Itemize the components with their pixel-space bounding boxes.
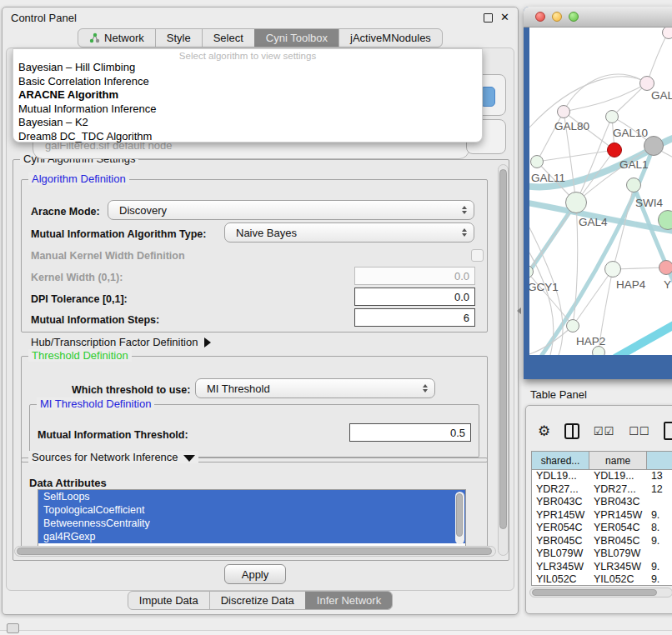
attribute-item-betweennesscentrality[interactable]: BetweennessCentrality: [38, 517, 465, 530]
tab-discretize-data[interactable]: Discretize Data: [209, 592, 305, 609]
column-header-2[interactable]: [647, 452, 672, 469]
close-panel-icon[interactable]: ✕: [500, 13, 509, 22]
network-node-gal11[interactable]: [530, 155, 544, 168]
node-label-gal10: GAL10: [613, 127, 648, 139]
network-node[interactable]: [662, 28, 672, 39]
node-table[interactable]: shared...name YDL19...YDL19...13YDR27...…: [531, 451, 672, 586]
tab-impute-data[interactable]: Impute Data: [128, 592, 209, 609]
minimize-window-icon[interactable]: [552, 12, 562, 22]
table-cell: YBR043C: [589, 496, 647, 509]
table-cell: 8.: [647, 522, 672, 535]
attribute-item-gal4rgexp[interactable]: gal4RGexp: [38, 530, 465, 543]
menu-item-basic-correlation-inference[interactable]: Basic Correlation Inference: [13, 75, 482, 89]
mi-type-combo[interactable]: Naive Bayes: [224, 222, 474, 242]
node-label-swi4: SWI4: [635, 197, 663, 209]
mi-threshold-label: Mutual Information Threshold:: [38, 429, 188, 441]
manual-kernel-checkbox[interactable]: [471, 249, 484, 262]
table-cell: YIL052C: [532, 573, 589, 586]
tab-infer-network[interactable]: Infer Network: [305, 592, 392, 609]
expand-right-icon[interactable]: [204, 338, 211, 348]
minimized-panel-icon[interactable]: [7, 623, 19, 633]
mi-type-value: Naive Bayes: [236, 227, 297, 239]
tab-jactivemnodules[interactable]: jActiveMNodules: [339, 29, 442, 47]
tab-select[interactable]: Select: [202, 29, 254, 47]
network-node-gal4[interactable]: [565, 192, 587, 213]
settings-hscrollbar[interactable]: [14, 546, 496, 557]
dpi-tolerance-field[interactable]: 0.0: [354, 288, 475, 306]
collapse-down-icon[interactable]: [183, 455, 195, 462]
table-row[interactable]: YBR045CYBR045C9.: [532, 535, 672, 548]
table-row[interactable]: YDL19...YDL19...13: [532, 470, 672, 483]
node-label-gal: GAL: [651, 89, 672, 102]
select-all-icon[interactable]: ☑☑: [594, 425, 614, 438]
columns-icon[interactable]: [564, 423, 579, 439]
network-node-gal80[interactable]: [557, 105, 570, 118]
attribute-item-selfloops[interactable]: SelfLoops: [38, 490, 465, 503]
node-label-gal1: GAL1: [619, 158, 649, 171]
menu-item-bayesian-k2[interactable]: Bayesian – K2: [13, 116, 482, 130]
tab-label: jActiveMNodules: [350, 32, 431, 44]
network-node-y[interactable]: [659, 260, 672, 275]
network-node[interactable]: [592, 346, 605, 355]
sources-legend[interactable]: Sources for Network Inference: [28, 451, 198, 463]
network-node-gal10[interactable]: [605, 110, 619, 123]
table-row[interactable]: YPR145WYPR145W9.: [532, 509, 672, 522]
table-row[interactable]: YIL052CYIL052C9.: [532, 573, 672, 586]
tab-cyni-toolbox[interactable]: Cyni Toolbox: [254, 29, 339, 47]
spinner-arrows-icon: [423, 384, 428, 392]
table-cell: YLR345W: [532, 561, 589, 574]
document-icon[interactable]: [664, 422, 672, 440]
network-canvas[interactable]: GALGAL80GAL10GAL1GAL11SWI4GAL4GCY1HAP4YH…: [529, 28, 672, 355]
float-panel-icon[interactable]: [484, 13, 493, 22]
menu-item-bayesian-hill-climbing[interactable]: Bayesian – Hill Climbing: [13, 61, 482, 75]
table-cell: 13: [647, 470, 672, 483]
mi-threshold-field[interactable]: 0.5: [349, 423, 471, 442]
algorithm-definition-legend: Algorithm Definition: [28, 172, 129, 185]
network-node-hap4[interactable]: [604, 261, 621, 278]
which-threshold-combo[interactable]: MI Threshold: [195, 378, 435, 398]
attribute-item-topologicalcoefficient[interactable]: TopologicalCoefficient: [38, 503, 465, 517]
table-row[interactable]: YLR345WYLR345W9.: [532, 561, 672, 574]
table-cell: YBR045C: [532, 535, 589, 548]
settings-vscrollbar[interactable]: [498, 164, 509, 556]
table-cell: YPR145W: [589, 509, 647, 522]
column-header-shared[interactable]: shared...: [532, 452, 589, 469]
network-node-swi4[interactable]: [626, 178, 641, 192]
network-node-gal1[interactable]: [607, 142, 622, 158]
column-header-name[interactable]: name: [589, 452, 647, 469]
apply-button[interactable]: Apply: [224, 564, 286, 584]
mi-steps-field[interactable]: 6: [354, 308, 475, 327]
table-cell: YBR045C: [589, 535, 647, 548]
attribute-list-scrollbar[interactable]: [456, 493, 463, 537]
table-row[interactable]: YBL079WYBL079W: [532, 548, 672, 561]
hub-definition-expander[interactable]: Hub/Transcription Factor Definition: [31, 336, 211, 348]
bottom-divider: [0, 630, 672, 635]
network-node[interactable]: [658, 210, 672, 230]
table-row[interactable]: YER054CYER054C8.: [532, 522, 672, 535]
network-node-hap2[interactable]: [566, 319, 579, 332]
menu-item-dream8-dc-tdc-algorithm[interactable]: Dream8 DC_TDC Algorithm: [13, 130, 482, 144]
panel-splitter-arrow[interactable]: [517, 308, 521, 314]
tab-style[interactable]: Style: [155, 29, 202, 47]
table-cell: YDR27...: [532, 483, 589, 497]
zoom-window-icon[interactable]: [569, 12, 579, 22]
table-row[interactable]: YBR043CYBR043C: [532, 496, 672, 509]
table-cell: YDL19...: [589, 470, 647, 483]
table-header-row: shared...name: [532, 452, 672, 470]
close-window-icon[interactable]: [535, 12, 545, 22]
tab-label: Network: [104, 32, 144, 44]
table-row[interactable]: YDR27...YDR27...12: [532, 483, 672, 497]
deselect-all-icon[interactable]: ☐☐: [629, 425, 649, 438]
spinner-arrows-icon: [462, 206, 467, 214]
table-hscrollbar[interactable]: [529, 588, 672, 598]
menu-item-aracne-algorithm[interactable]: ARACNE Algorithm: [13, 88, 482, 102]
manual-kernel-label: Manual Kernel Width Definition: [31, 250, 185, 262]
settings-icon[interactable]: ⚙: [538, 422, 550, 440]
aracne-mode-combo[interactable]: Discovery: [108, 200, 474, 220]
table-panel-title: Table Panel: [530, 388, 587, 401]
network-node[interactable]: [644, 136, 664, 156]
table-cell: 9.: [647, 561, 672, 574]
tab-network[interactable]: Network: [78, 29, 155, 47]
menu-item-mutual-information-inference[interactable]: Mutual Information Inference: [13, 102, 482, 117]
node-label-gal11: GAL11: [531, 172, 565, 184]
